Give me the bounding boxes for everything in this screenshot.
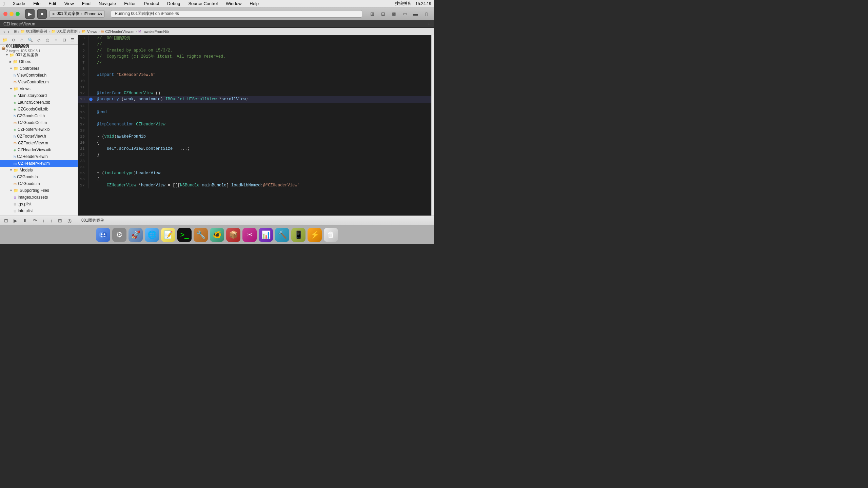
menu-editor[interactable]: Editor xyxy=(123,1,137,6)
sidebar-item-main-storyboard[interactable]: ◈ Main.storyboard xyxy=(0,92,78,99)
sidebar-nav-debug[interactable]: ≡ xyxy=(52,36,59,44)
sidebar-item-viewcontroller-h[interactable]: h ViewController.h xyxy=(0,72,78,79)
menu-help[interactable]: Help xyxy=(248,1,260,6)
sidebar-item-main-m[interactable]: m main.m xyxy=(0,214,78,216)
bottom-step-over-btn[interactable]: ↷ xyxy=(32,218,38,223)
bottom-pause-btn[interactable]: ⏸ xyxy=(21,218,29,223)
code-editor[interactable]: 3 // 001团购案例 4 // 5 // Created by apple … xyxy=(78,35,431,216)
sidebar-nav-bookmark[interactable]: ◇ xyxy=(35,36,42,44)
dock-terminal[interactable]: >_ xyxy=(177,228,192,242)
sidebar-nav-breakpoints[interactable]: ⊡ xyxy=(61,36,68,44)
dock-item-11[interactable]: 🔨 xyxy=(275,228,289,242)
sidebar-item-views[interactable]: ▼ 📁 Views xyxy=(0,85,78,92)
sidebar-item-launchscreen-xib[interactable]: ◈ LaunchScreen.xib xyxy=(0,99,78,106)
utilities-toggle[interactable]: ▯ xyxy=(422,10,431,18)
sidebar-nav-history[interactable]: ◎ xyxy=(44,36,51,44)
debug-toggle[interactable]: ▬ xyxy=(412,10,420,18)
bc-part-2[interactable]: 001团购案例 xyxy=(57,29,78,34)
run-button[interactable]: ▶ xyxy=(25,9,35,19)
bottom-step-out-btn[interactable]: ↑ xyxy=(49,218,54,223)
maximize-button[interactable] xyxy=(16,12,20,16)
sidebar-item-czgoodscell-h[interactable]: h CZGoodsCell.h xyxy=(0,113,78,119)
bottom-location-btn[interactable]: ◎ xyxy=(66,218,73,223)
editor-version-button[interactable]: ⊠ xyxy=(390,10,398,18)
dock-item-14[interactable]: 🗑 xyxy=(324,228,338,242)
menu-edit[interactable]: Edit xyxy=(47,1,57,6)
editor-assistant-button[interactable]: ⊟ xyxy=(379,10,387,18)
sidebar-item-czheaderview-m[interactable]: m CZHeaderView.m xyxy=(0,160,78,167)
sidebar-item-czheaderview-h[interactable]: h CZHeaderView.h xyxy=(0,153,78,160)
dock-launchpad[interactable]: 🚀 xyxy=(129,228,143,242)
sidebar-nav-folder[interactable]: 📁 xyxy=(1,36,8,44)
line-number-26: 26 xyxy=(78,176,88,182)
sidebar-item-czgoodscell-m[interactable]: m CZGoodsCell.m xyxy=(0,119,78,126)
bottom-run-btn[interactable]: ▶ xyxy=(12,218,19,223)
navigator-toggle[interactable]: ▭ xyxy=(401,10,409,18)
bc-part-3[interactable]: Views xyxy=(87,29,97,34)
sidebar-item-czgoods-m[interactable]: m CZGoods.m xyxy=(0,180,78,187)
close-button[interactable] xyxy=(3,12,7,16)
dock-system-prefs[interactable]: ⚙ xyxy=(112,228,126,242)
project-name[interactable]: 001团购案例 xyxy=(6,43,40,49)
sidebar-item-controllers[interactable]: ▼ 📁 Controllers xyxy=(0,65,78,72)
dock-notes[interactable]: 📝 xyxy=(161,228,175,242)
menu-source-control[interactable]: Source Control xyxy=(187,1,219,6)
dock-item-9[interactable]: ✂ xyxy=(242,228,257,242)
menu-find[interactable]: Find xyxy=(81,1,92,6)
sidebar-nav-warn[interactable]: ⚠ xyxy=(18,36,25,44)
bottom-toolbar: ⊡ ▶ ⏸ ↷ ↓ ↑ ⊞ ◎ 001团购案例 xyxy=(0,216,434,225)
bottom-stack-toggle[interactable]: ⊞ xyxy=(57,218,63,223)
line-number-7: 7 xyxy=(78,60,88,66)
bottom-step-in-btn[interactable]: ↓ xyxy=(41,218,46,223)
dock-item-10[interactable]: 📊 xyxy=(259,228,273,242)
line-number-10: 10 xyxy=(78,78,88,84)
sidebar-item-czfooterview-xib[interactable]: ◈ CZFooterView.xib xyxy=(0,126,78,133)
apple-menu[interactable]:  xyxy=(3,1,4,6)
bottom-panel-toggle[interactable]: ⊡ xyxy=(3,218,9,223)
menu-product[interactable]: Product xyxy=(142,1,160,6)
dock-item-8[interactable]: 📦 xyxy=(226,228,240,242)
breakpoint-indicator[interactable] xyxy=(89,98,93,101)
sidebar-item-others[interactable]: ▶ 📁 Others xyxy=(0,58,78,65)
sidebar-item-czfooterview-h[interactable]: h CZFooterView.h xyxy=(0,133,78,140)
menu-debug[interactable]: Debug xyxy=(166,1,181,6)
sidebar-item-czgoodscell-xib[interactable]: ◈ CZGoodsCell.xib xyxy=(0,106,78,113)
sidebar-item-czgoods-h[interactable]: h CZGoods.h xyxy=(0,174,78,180)
menu-navigate[interactable]: Navigate xyxy=(97,1,117,6)
sidebar-item-viewcontroller-m[interactable]: m ViewController.m xyxy=(0,79,78,85)
bc-part-1[interactable]: 001团购案例 xyxy=(26,29,47,34)
sidebar-item-czheaderview-xib[interactable]: ◈ CZHeaderView.xib xyxy=(0,146,78,153)
minimize-button[interactable] xyxy=(9,12,14,16)
sidebar-nav-report[interactable]: ☰ xyxy=(69,36,76,44)
scheme-selector[interactable]: ▶ 001团购案例 › iPhone 4s xyxy=(50,10,105,18)
dock-safari[interactable]: 🌐 xyxy=(145,228,159,242)
add-tab-button[interactable]: + xyxy=(428,21,431,27)
menu-view[interactable]: View xyxy=(63,1,75,6)
sidebar-item-supporting-files[interactable]: ▼ 📁 Supporting Files xyxy=(0,187,78,194)
stop-button[interactable]: ■ xyxy=(37,9,47,19)
bc-part-4[interactable]: CZHeaderView.m xyxy=(105,29,134,34)
sidebar-item-info-plist[interactable]: ⊞ Info.plist xyxy=(0,207,78,214)
sidebar-item-models[interactable]: ▼ 📁 Models xyxy=(0,167,78,174)
sidebar-nav-git[interactable]: ⊙ xyxy=(10,36,17,44)
dock-item-12[interactable]: 📱 xyxy=(291,228,305,242)
sidebar-item-tgs-plist[interactable]: ⊞ tgs.plist xyxy=(0,201,78,207)
dock-finder[interactable] xyxy=(96,228,110,242)
dock-item-13[interactable]: ⚡ xyxy=(308,228,322,242)
sidebar-item-images-xcassets[interactable]: ⊛ Images.xcassets xyxy=(0,194,78,201)
editor-standard-button[interactable]: ⊞ xyxy=(368,10,376,18)
dock-item-6[interactable]: 🔧 xyxy=(194,228,208,242)
sidebar-nav-search[interactable]: 🔍 xyxy=(27,36,34,44)
bc-back-button[interactable]: ‹ xyxy=(3,29,6,34)
line-number-14: 14 xyxy=(78,103,88,109)
gutter-13[interactable] xyxy=(88,96,94,103)
bc-forward-button[interactable]: › xyxy=(7,29,10,34)
menu-window[interactable]: Window xyxy=(224,1,243,6)
menu-file[interactable]: File xyxy=(32,1,42,6)
gutter-14 xyxy=(88,103,94,109)
xib-icon-header: ◈ xyxy=(14,148,16,152)
menu-xcode[interactable]: Xcode xyxy=(11,1,26,6)
sidebar-item-czfooterview-m[interactable]: m CZFooterView.m xyxy=(0,140,78,146)
dock-item-7[interactable]: 🐠 xyxy=(210,228,224,242)
bc-part-5[interactable]: -awakeFromNib xyxy=(142,29,169,34)
